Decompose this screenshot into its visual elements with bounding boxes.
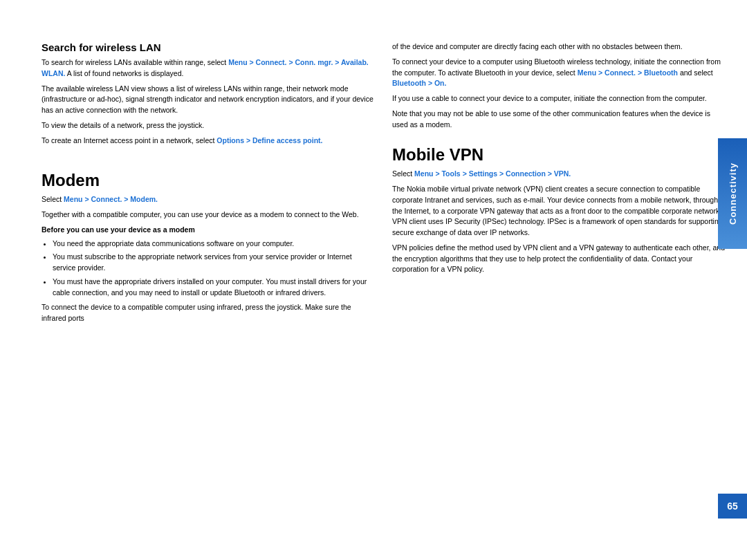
vpn-select: Select Menu > Tools > Settings > Connect… bbox=[392, 169, 726, 180]
bullet-3: You must have the appropriate drivers in… bbox=[53, 277, 376, 299]
connectivity-label: Connectivity bbox=[718, 138, 747, 249]
modem-bold-heading: Before you can use your device as a mode… bbox=[42, 225, 376, 236]
modem-title: Modem bbox=[42, 171, 376, 190]
right-para1: of the device and computer are directly … bbox=[392, 41, 726, 53]
right-para4: Note that you may not be able to use som… bbox=[392, 109, 726, 131]
modem-para2: To connect the device to a compatible co… bbox=[42, 302, 376, 324]
wireless-para4: To create an Internet access point in a … bbox=[42, 136, 376, 147]
page-number: 65 bbox=[718, 494, 747, 519]
wireless-para3: To view the details of a network, press … bbox=[42, 120, 376, 131]
wireless-para1: To search for wireless LANs available wi… bbox=[42, 57, 376, 80]
left-column: Search for wireless LAN To search for wi… bbox=[42, 41, 376, 519]
vpn-para2: VPN policies define the method used by V… bbox=[392, 243, 726, 275]
modem-bullets: You need the appropriate data communicat… bbox=[42, 239, 376, 299]
modem-link[interactable]: Menu > Connect. > Modem. bbox=[64, 195, 158, 203]
sidebar-tab: Connectivity 65 bbox=[714, 0, 747, 560]
mobile-vpn-title: Mobile VPN bbox=[392, 145, 726, 165]
wireless-para2: The available wireless LAN view shows a … bbox=[42, 84, 376, 116]
vpn-para1: The Nokia mobile virtual private network… bbox=[392, 184, 726, 239]
right-top-section: of the device and computer are directly … bbox=[392, 41, 726, 134]
bullet-1: You need the appropriate data communicat… bbox=[53, 239, 376, 250]
bullet-2: You must subscribe to the appropriate ne… bbox=[53, 252, 376, 274]
modem-para1: Together with a compatible computer, you… bbox=[42, 209, 376, 221]
wireless-link2[interactable]: Options > Define access point. bbox=[216, 136, 322, 144]
mobile-vpn-section: Mobile VPN Select Menu > Tools > Setting… bbox=[392, 145, 726, 279]
main-content: Search for wireless LAN To search for wi… bbox=[42, 41, 747, 519]
bluetooth-link1[interactable]: Menu > Connect. > Bluetooth bbox=[578, 68, 678, 77]
right-para2: To connect your device to a computer usi… bbox=[392, 57, 726, 89]
vpn-link[interactable]: Menu > Tools > Settings > Connection > V… bbox=[414, 169, 571, 178]
right-column: of the device and computer are directly … bbox=[392, 41, 726, 519]
modem-select: Select Menu > Connect. > Modem. bbox=[42, 194, 376, 205]
page-container: Search for wireless LAN To search for wi… bbox=[0, 0, 747, 560]
wireless-lan-title: Search for wireless LAN bbox=[42, 41, 376, 53]
bluetooth-link2[interactable]: Bluetooth > On. bbox=[392, 79, 446, 87]
right-para3: If you use a cable to connect your devic… bbox=[392, 93, 726, 104]
modem-section: Modem Select Menu > Connect. > Modem. To… bbox=[42, 171, 376, 328]
wireless-lan-section: Search for wireless LAN To search for wi… bbox=[42, 41, 376, 150]
